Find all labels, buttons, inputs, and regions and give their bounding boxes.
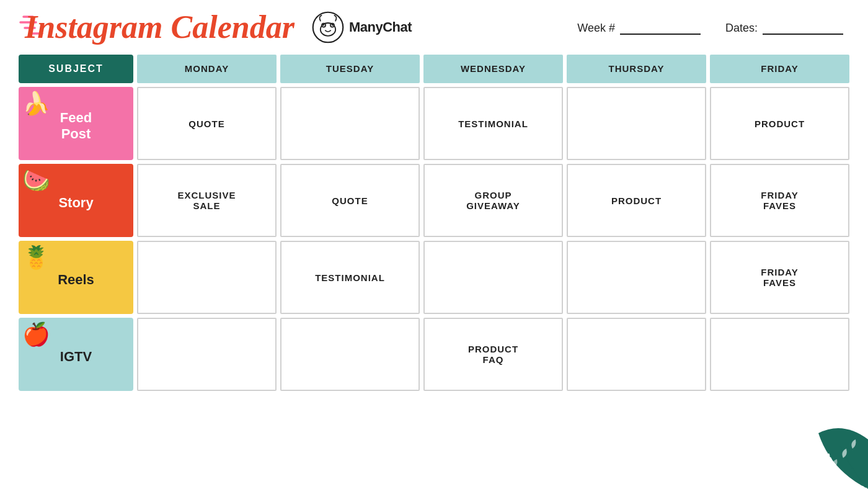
story-fri: FRIDAYFAVES <box>710 164 849 237</box>
dates-field: Dates: <box>725 20 843 35</box>
reels-tue: TESTIMONIAL <box>280 241 420 314</box>
reels-label: Reels <box>58 272 94 288</box>
reels-thu <box>567 241 706 314</box>
igtv-wed: PRODUCTFAQ <box>423 318 563 391</box>
subject-reels: 🍍 Reels <box>19 241 133 314</box>
col-friday: FRIDAY <box>710 55 849 83</box>
header-row: SUBJECT MONDAY TUESDAY WEDNESDAY THURSDA… <box>19 55 849 83</box>
col-monday: MONDAY <box>137 55 277 83</box>
feed-thu <box>567 87 706 160</box>
subject-story: 🍉 Story <box>19 164 133 237</box>
feed-post-label: FeedPost <box>60 110 92 143</box>
reels-mon <box>137 241 277 314</box>
week-dates-section: Week # Dates: <box>577 20 843 35</box>
dates-label: Dates: <box>725 22 758 35</box>
feed-fri: PRODUCT <box>710 87 849 160</box>
col-wednesday: WEDNESDAY <box>423 55 563 83</box>
banana-icon: 🍌 <box>22 91 50 117</box>
manychat-logo: ManyChat <box>312 11 412 43</box>
igtv-mon <box>137 318 277 391</box>
pineapple-icon: 🍍 <box>22 244 50 271</box>
story-mon: EXCLUSIVESALE <box>137 164 277 237</box>
igtv-fri <box>710 318 849 391</box>
col-subject: SUBJECT <box>19 55 133 83</box>
manychat-brand-name: ManyChat <box>349 19 412 35</box>
subject-feed-post: 🍌 FeedPost <box>19 87 133 160</box>
igtv-thu <box>567 318 706 391</box>
svg-point-8 <box>323 24 324 25</box>
story-thu: PRODUCT <box>567 164 706 237</box>
title-block: Instagram Calendar ManyChat <box>25 11 412 43</box>
page-title: Instagram Calendar <box>25 11 294 43</box>
subject-igtv: 🍎 IGTV <box>19 318 133 391</box>
calendar-grid: SUBJECT MONDAY TUESDAY WEDNESDAY THURSDA… <box>0 50 868 400</box>
week-input[interactable] <box>620 20 701 35</box>
manychat-icon <box>312 11 344 43</box>
reels-fri: FRIDAYFAVES <box>710 241 849 314</box>
apple-icon: 🍎 <box>22 321 50 348</box>
col-tuesday: TUESDAY <box>280 55 420 83</box>
igtv-tue <box>280 318 420 391</box>
reels-row: 🍍 Reels TESTIMONIAL FRIDAYFAVES <box>19 241 849 314</box>
svg-point-4 <box>313 12 343 43</box>
story-row: 🍉 Story EXCLUSIVESALE QUOTE GROUPGIVEAWA… <box>19 164 849 237</box>
reels-wed <box>423 241 563 314</box>
header: Instagram Calendar ManyChat Week # Dates… <box>0 0 868 50</box>
feed-post-row: 🍌 FeedPost QUOTE TESTIMONIAL PRODUCT <box>19 87 849 160</box>
story-tue: QUOTE <box>280 164 420 237</box>
igtv-row: 🍎 IGTV PRODUCTFAQ <box>19 318 849 391</box>
story-label: Story <box>58 195 93 211</box>
feed-mon: QUOTE <box>137 87 277 160</box>
feed-tue <box>280 87 420 160</box>
svg-point-9 <box>332 24 333 25</box>
igtv-label: IGTV <box>60 349 92 365</box>
story-wed: GROUPGIVEAWAY <box>423 164 563 237</box>
col-thursday: THURSDAY <box>567 55 706 83</box>
feed-wed: TESTIMONIAL <box>423 87 563 160</box>
week-label: Week # <box>577 22 615 35</box>
watermelon-icon: 🍉 <box>22 168 50 194</box>
leaf-decoration <box>781 408 868 489</box>
week-field: Week # <box>577 20 701 35</box>
dates-input[interactable] <box>763 20 843 35</box>
svg-point-5 <box>321 23 335 36</box>
